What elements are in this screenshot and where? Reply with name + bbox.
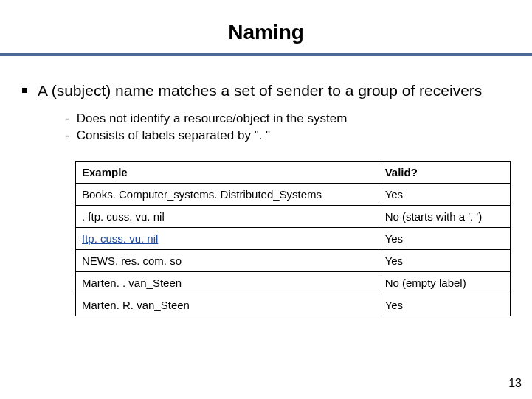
dash-icon: - bbox=[65, 128, 69, 145]
cell-example: Marten. . van_Steen bbox=[76, 272, 379, 294]
cell-valid: Yes bbox=[379, 294, 510, 316]
cell-example: ftp. cuss. vu. nil bbox=[76, 228, 379, 250]
main-bullet-text: A (subject) name matches a set of sender… bbox=[38, 81, 482, 100]
slide-title: Naming bbox=[0, 0, 532, 53]
table-row: NEWS. res. com. so Yes bbox=[76, 250, 511, 272]
table-header-row: Example Valid? bbox=[76, 162, 511, 184]
examples-table: Example Valid? Books. Computer_systems. … bbox=[75, 161, 511, 316]
sub-bullet-text: Does not identify a resource/object in t… bbox=[77, 111, 348, 128]
cell-valid: No (empty label) bbox=[379, 272, 510, 294]
sub-bullet-text: Consists of labels separated by ". " bbox=[77, 128, 270, 145]
cell-valid: No (starts with a '. ') bbox=[379, 206, 510, 228]
table-row: Books. Computer_systems. Distributed_Sys… bbox=[76, 184, 511, 206]
cell-valid: Yes bbox=[379, 250, 510, 272]
cell-valid: Yes bbox=[379, 184, 510, 206]
table-row: Marten. R. van_Steen Yes bbox=[76, 294, 511, 316]
table-row: Marten. . van_Steen No (empty label) bbox=[76, 272, 511, 294]
page-number: 13 bbox=[508, 377, 522, 390]
table-row: ftp. cuss. vu. nil Yes bbox=[76, 228, 511, 250]
sub-bullet-list: - Does not identify a resource/object in… bbox=[22, 111, 510, 145]
slide-body: A (subject) name matches a set of sender… bbox=[0, 56, 532, 316]
cell-valid: Yes bbox=[379, 228, 510, 250]
cell-example: . ftp. cuss. vu. nil bbox=[76, 206, 379, 228]
col-valid-header: Valid? bbox=[379, 162, 510, 184]
square-bullet-icon bbox=[22, 88, 27, 93]
cell-example: Books. Computer_systems. Distributed_Sys… bbox=[76, 184, 379, 206]
main-bullet: A (subject) name matches a set of sender… bbox=[22, 81, 510, 100]
dash-icon: - bbox=[65, 111, 69, 128]
cell-example: Marten. R. van_Steen bbox=[76, 294, 379, 316]
sub-bullet-item: - Does not identify a resource/object in… bbox=[65, 111, 510, 128]
cell-example: NEWS. res. com. so bbox=[76, 250, 379, 272]
sub-bullet-item: - Consists of labels separated by ". " bbox=[65, 128, 510, 145]
example-link[interactable]: ftp. cuss. vu. nil bbox=[82, 232, 158, 245]
col-example-header: Example bbox=[76, 162, 379, 184]
table-row: . ftp. cuss. vu. nil No (starts with a '… bbox=[76, 206, 511, 228]
